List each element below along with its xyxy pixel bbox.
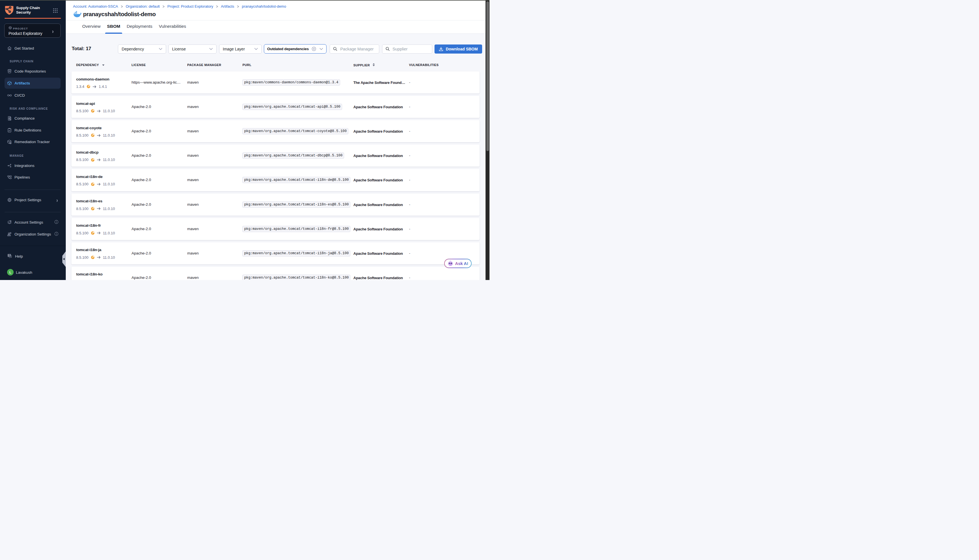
svg-text:?: ? <box>8 254 10 257</box>
